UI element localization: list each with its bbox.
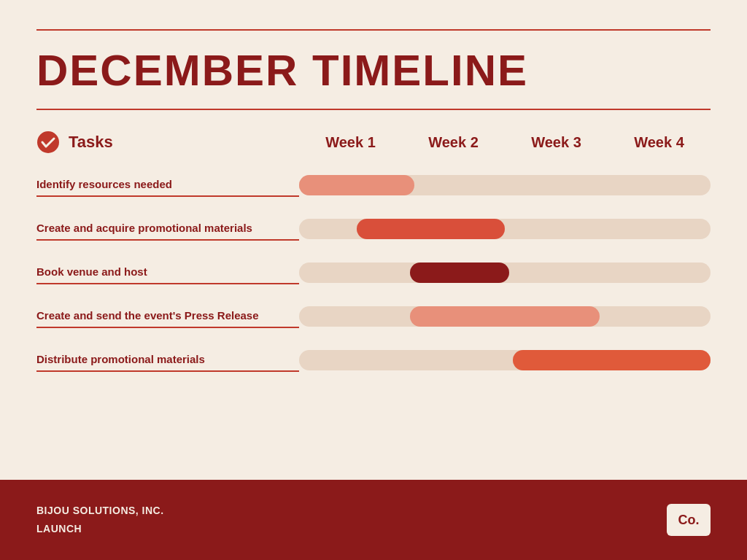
bar-col — [299, 205, 711, 249]
top-line — [36, 29, 711, 31]
table-row: Distribute promotional materials — [36, 336, 711, 380]
bar-col — [299, 249, 711, 292]
table-row: Create and acquire promotional materials — [36, 205, 711, 249]
task-name-col: Book venue and host — [36, 257, 299, 284]
task-name-col: Identify resources needed — [36, 169, 299, 197]
company-name: BIJOU SOLUTIONS, INC. — [36, 502, 164, 520]
task-name: Create and acquire promotional materials — [36, 222, 252, 234]
week1-label: Week 1 — [299, 134, 402, 151]
task-rows-container: Identify resources neededCreate and acqu… — [36, 161, 711, 380]
page-title: DECEMBER TIMELINE — [36, 45, 711, 96]
bar-col — [299, 292, 711, 336]
timeline-header: Tasks Week 1 Week 2 Week 3 Week 4 — [36, 131, 711, 154]
footer-company-info: BIJOU SOLUTIONS, INC. LAUNCH — [36, 502, 164, 538]
task-name-col: Distribute promotional materials — [36, 344, 299, 372]
week2-label: Week 2 — [402, 134, 505, 151]
svg-point-0 — [37, 131, 59, 153]
tasks-label-col: Tasks — [36, 131, 299, 154]
bar-fill — [410, 262, 508, 283]
bar-fill — [410, 306, 599, 327]
bottom-line — [36, 109, 711, 110]
task-name-col: Create and send the event's Press Releas… — [36, 300, 299, 328]
bar-col — [299, 336, 711, 380]
table-row: Book venue and host — [36, 249, 711, 292]
bar-fill — [357, 219, 505, 239]
bar-fill — [299, 175, 414, 195]
week3-label: Week 3 — [505, 134, 608, 151]
check-icon — [36, 131, 60, 154]
main-content: DECEMBER TIMELINE Tasks Week 1 Week 2 We… — [0, 0, 747, 480]
footer: BIJOU SOLUTIONS, INC. LAUNCH Co. — [0, 480, 747, 560]
weeks-col: Week 1 Week 2 Week 3 Week 4 — [299, 134, 711, 151]
company-subtitle: LAUNCH — [36, 520, 164, 538]
task-name: Book venue and host — [36, 265, 147, 278]
task-name: Distribute promotional materials — [36, 353, 205, 365]
table-row: Create and send the event's Press Releas… — [36, 292, 711, 336]
task-name-col: Create and acquire promotional materials — [36, 213, 299, 241]
bar-col — [299, 161, 711, 205]
week4-label: Week 4 — [608, 134, 711, 151]
tasks-column-label: Tasks — [69, 133, 113, 152]
footer-badge: Co. — [667, 504, 711, 536]
task-name: Identify resources needed — [36, 178, 172, 190]
task-name: Create and send the event's Press Releas… — [36, 309, 259, 322]
bar-fill — [513, 350, 711, 370]
table-row: Identify resources needed — [36, 161, 711, 205]
